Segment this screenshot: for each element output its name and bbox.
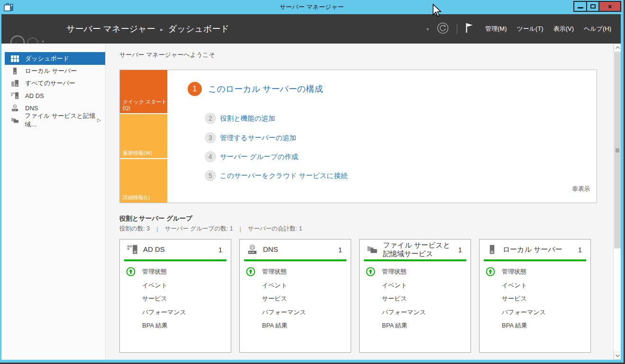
manageability-up-icon bbox=[486, 267, 495, 276]
all-servers-icon bbox=[11, 80, 25, 87]
row-bpa-results[interactable]: BPA 結果 bbox=[240, 319, 351, 333]
hide-welcome-link[interactable]: 非表示 bbox=[572, 185, 590, 193]
row-performance[interactable]: パフォーマンス bbox=[120, 306, 231, 320]
chevron-down-icon bbox=[616, 355, 620, 357]
server-groups-count: サーバー グループの数: 1 bbox=[164, 225, 233, 233]
vertical-scrollbar[interactable] bbox=[613, 44, 621, 360]
row-manageability[interactable]: 管理状態 bbox=[240, 265, 351, 279]
window-title: サーバー マネージャー bbox=[0, 0, 624, 14]
roles-counts: 役割の数: 3 | サーバー グループの数: 1 | サーバーの合計数: 1 bbox=[119, 225, 302, 233]
row-performance[interactable]: パフォーマンス bbox=[240, 306, 351, 320]
notifications-flag-button[interactable] bbox=[465, 23, 473, 35]
card-title[interactable]: AD DS bbox=[143, 245, 216, 254]
close-button[interactable]: × bbox=[598, 1, 621, 12]
menu-manage[interactable]: 管理(M) bbox=[485, 25, 507, 33]
breadcrumb-current[interactable]: ダッシュボード bbox=[168, 23, 229, 35]
expand-arrow-icon[interactable]: ▷ bbox=[97, 117, 101, 123]
card-title[interactable]: ローカル サーバー bbox=[503, 245, 576, 254]
refresh-button[interactable] bbox=[437, 22, 449, 36]
sidebar-item-label: すべてのサーバー bbox=[25, 79, 75, 88]
step-1-link[interactable]: このローカル サーバーの構成 bbox=[208, 83, 323, 95]
row-manageability[interactable]: 管理状態 bbox=[360, 265, 471, 279]
scroll-down-button[interactable] bbox=[614, 352, 621, 360]
row-events[interactable]: イベント bbox=[120, 279, 231, 293]
minimize-icon bbox=[578, 7, 583, 9]
dns-icon bbox=[11, 104, 25, 112]
row-bpa-results[interactable]: BPA 結果 bbox=[360, 319, 471, 333]
maximize-button[interactable] bbox=[586, 1, 599, 12]
row-events[interactable]: イベント bbox=[240, 279, 351, 293]
card-status-bar bbox=[364, 259, 466, 261]
file-services-icon bbox=[367, 244, 378, 257]
step-2-link[interactable]: 役割と機能の追加 bbox=[220, 114, 275, 123]
row-manageability[interactable]: 管理状態 bbox=[120, 265, 231, 279]
menu-tools[interactable]: ツール(T) bbox=[516, 25, 543, 33]
menu-bar: 管理(M) ツール(T) 表示(V) ヘルプ(H) bbox=[485, 25, 611, 33]
navbar-right-cluster: ▾ 管理(M) ツール(T) 表示(V) ヘルプ(H) bbox=[426, 14, 611, 44]
card-title[interactable]: ファイル サービスと記憶域サービス bbox=[383, 241, 456, 258]
file-services-icon bbox=[11, 116, 25, 124]
row-manageability[interactable]: 管理状態 bbox=[480, 265, 590, 279]
mouse-cursor bbox=[433, 4, 442, 19]
roles-section-title: 役割とサーバー グループ bbox=[119, 214, 192, 223]
menu-help[interactable]: ヘルプ(H) bbox=[584, 25, 611, 33]
step-4-link[interactable]: サーバー グループの作成 bbox=[220, 152, 299, 161]
sidebar-item-ad-ds[interactable]: AD DS bbox=[1, 89, 105, 102]
refresh-icon bbox=[437, 22, 449, 34]
sidebar-item-file-services[interactable]: ファイル サービスと記憶域… ▷ bbox=[1, 114, 105, 126]
row-services[interactable]: サービス bbox=[120, 292, 231, 306]
scrollbar-gripper-icon bbox=[616, 148, 619, 153]
card-status-bar bbox=[124, 259, 226, 261]
sidebar-list: ダッシュボード ローカル サーバー すべてのサーバー AD DS bbox=[1, 44, 105, 126]
card-server-count: 1 bbox=[458, 246, 462, 254]
refresh-dropdown-icon[interactable]: ▾ bbox=[426, 27, 429, 32]
chevron-up-icon bbox=[616, 46, 620, 49]
card-ad-ds: AD DS 1 管理状態 イベント サービス パフォーマンス BPA 結果 bbox=[119, 239, 231, 353]
manageability-up-icon bbox=[246, 267, 255, 276]
roles-count: 役割の数: 3 bbox=[119, 225, 150, 233]
welcome-section-title: サーバー マネージャーへようこそ bbox=[119, 51, 215, 59]
row-services[interactable]: サービス bbox=[360, 292, 471, 306]
sidebar-item-label: ダッシュボード bbox=[25, 54, 69, 63]
sidebar-item-all-servers[interactable]: すべてのサーバー bbox=[1, 77, 105, 89]
counts-separator: | bbox=[156, 226, 158, 232]
local-server-icon bbox=[11, 67, 25, 75]
row-bpa-results[interactable]: BPA 結果 bbox=[120, 319, 231, 333]
step-3-link[interactable]: 管理するサーバーの追加 bbox=[220, 133, 296, 142]
minimize-button[interactable] bbox=[573, 1, 587, 12]
row-bpa-results[interactable]: BPA 結果 bbox=[480, 319, 590, 333]
breadcrumb-root[interactable]: サーバー マネージャー bbox=[66, 23, 155, 35]
row-services[interactable]: サービス bbox=[240, 292, 351, 306]
row-services[interactable]: サービス bbox=[480, 292, 590, 306]
row-events[interactable]: イベント bbox=[480, 279, 590, 293]
card-file-services: ファイル サービスと記憶域サービス 1 管理状態 イベント サービス パフォーマ… bbox=[359, 239, 471, 353]
step-5-badge: 5 bbox=[205, 170, 216, 181]
sidebar-item-label: ファイル サービスと記憶域… bbox=[25, 112, 105, 129]
sidebar-item-label: DNS bbox=[25, 105, 38, 112]
titlebar: サーバー マネージャー × bbox=[0, 0, 624, 14]
card-rows: 管理状態 イベント サービス パフォーマンス BPA 結果 bbox=[120, 265, 231, 333]
scrollbar-thumb[interactable] bbox=[614, 52, 621, 249]
row-performance[interactable]: パフォーマンス bbox=[480, 306, 590, 320]
card-title[interactable]: DNS bbox=[263, 245, 336, 254]
card-server-count: 1 bbox=[578, 246, 582, 254]
tab-learn-more[interactable]: 詳細情報(L) bbox=[120, 159, 167, 203]
scroll-up-button[interactable] bbox=[614, 44, 621, 52]
sidebar-item-local-server[interactable]: ローカル サーバー bbox=[1, 65, 105, 77]
dns-icon bbox=[247, 244, 258, 257]
maximize-icon bbox=[590, 4, 596, 9]
sidebar-item-dashboard[interactable]: ダッシュボード bbox=[5, 52, 105, 65]
tab-quick-start[interactable]: クイック スタート(Q) bbox=[120, 70, 167, 113]
welcome-side-tabs: クイック スタート(Q) 最新情報(W) 詳細情報(L) bbox=[120, 70, 167, 203]
role-cards: AD DS 1 管理状態 イベント サービス パフォーマンス BPA 結果 bbox=[119, 239, 591, 353]
card-server-count: 1 bbox=[218, 246, 222, 254]
card-status-bar bbox=[244, 259, 346, 261]
step-5-link[interactable]: このサーバーをクラウド サービスに接続 bbox=[220, 171, 347, 180]
close-icon: × bbox=[608, 3, 612, 10]
card-server-count: 1 bbox=[338, 246, 342, 254]
row-events[interactable]: イベント bbox=[360, 279, 471, 293]
row-performance[interactable]: パフォーマンス bbox=[360, 306, 471, 320]
menu-view[interactable]: 表示(V) bbox=[553, 25, 574, 33]
navbar: ← → ▾ サーバー マネージャー ▸ ダッシュボード ▾ 管理(M) ツール(… bbox=[0, 14, 624, 44]
tab-whats-new[interactable]: 最新情報(W) bbox=[120, 114, 167, 159]
